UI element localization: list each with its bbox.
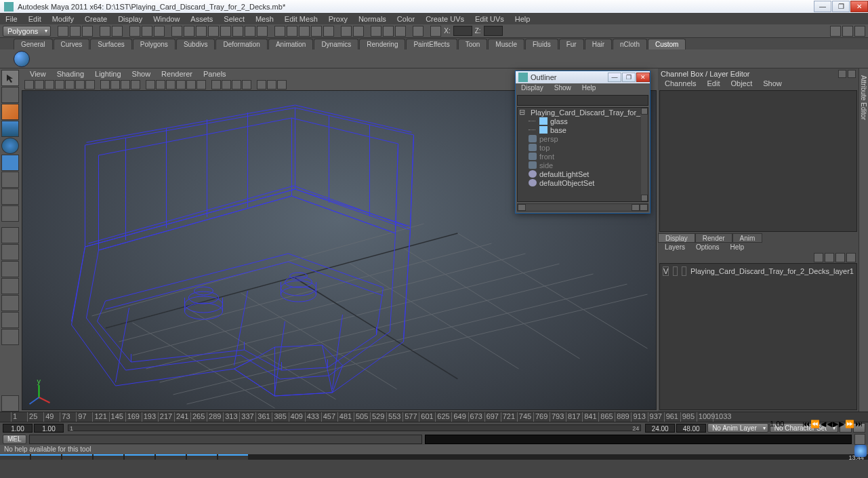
layer-name[interactable]: Playing_Card_Discard_Tray_for_2_Decks_la… [690,267,854,275]
channel-menu-channels[interactable]: Channels [659,79,701,89]
panel-icon-14[interactable] [166,80,175,89]
scroll-down-icon[interactable] [641,195,648,201]
panel-menu-show[interactable]: Show [127,69,157,79]
step-back-key-icon[interactable]: ⏪ [810,420,820,429]
shelf-tab-ncloth[interactable]: nCloth [613,39,647,49]
outliner-menu-help[interactable]: Help [577,83,602,94]
soft-mod-tool-icon[interactable] [1,188,19,205]
menu-file[interactable]: File [0,14,23,24]
select-hierarchy-icon[interactable] [129,26,140,37]
layer-move-up-icon[interactable] [814,253,823,262]
panel-icon-20[interactable] [232,80,241,89]
mask-deformer-icon[interactable] [220,26,231,37]
shelf-tab-fur[interactable]: Fur [559,39,584,49]
viewcube-icon[interactable] [1,395,19,412]
panel-icon-11[interactable] [131,80,140,89]
show-manip-tool-icon[interactable] [1,205,19,222]
shelf-tab-rendering[interactable]: Rendering [359,39,405,49]
outliner-maximize-button[interactable]: ❐ [622,73,636,82]
menu-window[interactable]: Window [148,14,185,24]
menu-display[interactable]: Display [112,14,148,24]
panel-menu-panels[interactable]: Panels [198,69,232,79]
mask-surface-icon[interactable] [208,26,219,37]
play-back-icon[interactable]: ◀ [827,420,832,429]
panel-icon-5[interactable] [65,80,75,89]
shelf-tab-painteffects[interactable]: PaintEffects [406,39,457,49]
scroll-up-icon[interactable] [641,108,648,115]
panel-icon-22[interactable] [257,80,266,89]
panel-icon-19[interactable] [222,80,231,89]
menu-normals[interactable]: Normals [353,14,392,24]
single-persp-icon[interactable] [1,227,19,243]
menu-assets[interactable]: Assets [185,14,218,24]
channelbox-icon[interactable] [854,26,865,37]
channelbox-close-icon[interactable] [848,70,856,78]
menu-help[interactable]: Help [510,14,536,24]
snap-curve-icon[interactable] [287,26,297,37]
taskbar-item[interactable] [218,454,248,460]
persp-outliner-icon[interactable] [1,261,19,277]
panel-icon-24[interactable] [277,80,287,89]
outliner-item-objectset[interactable]: defaultObjectSet [518,178,648,187]
step-forward-key-icon[interactable]: ⏩ [845,420,854,429]
shelf-tab-surfaces[interactable]: Surfaces [90,39,131,49]
outliner-item-front[interactable]: front [518,152,648,161]
outliner-vscroll[interactable] [641,108,648,201]
render-frame-icon[interactable] [371,26,381,37]
script-editor-button-icon[interactable] [854,434,865,445]
snap-plane-icon[interactable] [311,26,322,37]
layer-row[interactable]: V Playing_Card_Discard_Tray_for_2_Decks_… [663,266,854,276]
panel-icon-23[interactable] [267,80,276,89]
new-scene-icon[interactable] [58,26,68,37]
close-button[interactable]: ✕ [850,1,868,12]
select-tool-icon[interactable] [1,70,19,86]
panel-menu-shading[interactable]: Shading [51,69,89,79]
channel-menu-show[interactable]: Show [758,79,787,89]
panel-icon-3[interactable] [45,80,54,89]
outliner-item-side[interactable]: side [518,161,648,170]
menu-editmesh[interactable]: Edit Mesh [279,14,323,24]
layer-tab-render[interactable]: Render [695,233,732,243]
universal-manip-icon[interactable] [1,172,19,188]
tool-settings-icon[interactable] [842,26,853,37]
panel-icon-15[interactable] [176,80,186,89]
range-end-field[interactable]: 48.00 [676,424,706,433]
menu-select[interactable]: Select [218,14,250,24]
mask-handle-icon[interactable] [171,26,182,37]
render-settings-icon[interactable] [395,26,406,37]
taskbar-item[interactable] [125,454,154,460]
mask-joint-icon[interactable] [184,26,194,37]
persp-graph-icon[interactable] [1,278,19,294]
teamviewer-icon[interactable] [854,445,867,457]
z-input[interactable] [484,26,503,36]
open-scene-icon[interactable] [70,26,81,37]
go-to-end-icon[interactable]: ⏭ [855,420,863,429]
outliner-item-base[interactable]: base [518,125,648,134]
four-view-icon[interactable] [1,244,19,260]
layer-menu-layers[interactable]: Layers [659,243,690,252]
save-scene-icon[interactable] [82,26,93,37]
menu-color[interactable]: Color [392,14,420,24]
menu-modify[interactable]: Modify [47,14,79,24]
panel-icon-1[interactable] [24,80,34,89]
taskbar-item[interactable] [0,454,30,460]
minimize-button[interactable]: — [814,1,831,12]
paint-select-tool-icon[interactable] [1,104,19,120]
menu-createuvs[interactable]: Create UVs [420,14,470,24]
snap-grid-icon[interactable] [274,26,285,37]
menu-edit[interactable]: Edit [23,14,47,24]
outliner-menu-show[interactable]: Show [549,83,577,94]
time-slider[interactable]: 1254973971211451691932172412652893133373… [0,412,868,422]
expand-toggle-icon[interactable]: ⊟ [519,108,525,117]
playback-end-field[interactable]: 24.00 [645,424,675,433]
shelf-tab-animation[interactable]: Animation [268,39,313,49]
outliner-titlebar[interactable]: Outliner — ❐ ✕ [516,71,650,83]
go-to-start-icon[interactable]: ⏮ [802,420,810,429]
panel-icon-4[interactable] [55,80,64,89]
attr-editor-icon[interactable] [830,26,841,37]
taskbar-item[interactable] [94,454,123,460]
scroll-right-icon[interactable] [632,204,640,211]
script-editor-icon[interactable] [1,329,19,345]
select-component-icon[interactable] [154,26,165,37]
range-start-field[interactable]: 1.00 [3,424,33,433]
